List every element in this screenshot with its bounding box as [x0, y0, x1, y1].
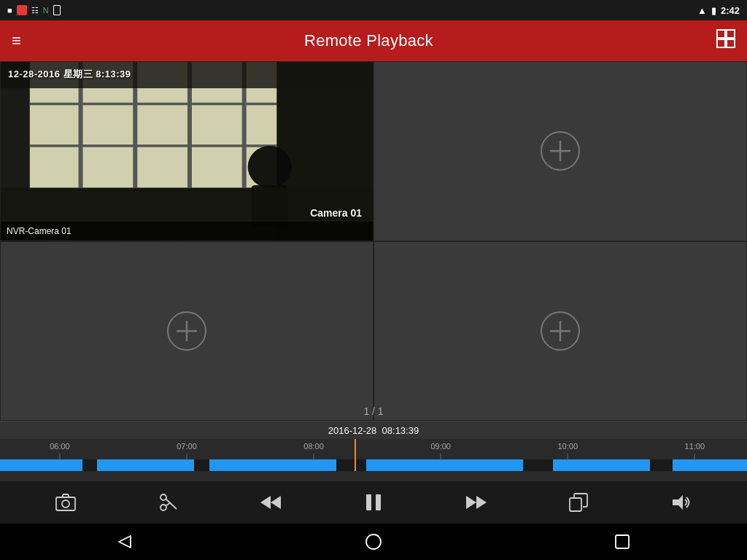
camera-icon	[55, 494, 76, 511]
svg-point-27	[62, 500, 69, 508]
add-channel-icon-2	[538, 129, 582, 173]
android-nav-bar	[0, 524, 747, 560]
cut-button[interactable]	[152, 486, 185, 518]
tick-08	[314, 454, 314, 459]
status-bar: ■ ☷ N ▲ ▮ 2:42	[0, 0, 747, 20]
camera-name-text: NVR-Camera 01	[7, 226, 71, 236]
volume-icon	[671, 494, 692, 511]
svg-rect-42	[616, 535, 629, 548]
timeline-date: 2016-12-28	[328, 425, 377, 436]
svg-marker-37	[476, 496, 487, 509]
recording-segment-2	[97, 459, 194, 471]
wifi-icon: ▲	[697, 5, 707, 16]
video-grid: 12-28-2016 星期三 8:13:39 Camera 01 NVR-Cam…	[0, 61, 747, 421]
timeline-track[interactable]	[0, 459, 747, 471]
recording-segment-5	[553, 459, 650, 471]
app-icon-3: N	[43, 6, 49, 15]
pause-icon	[365, 493, 382, 512]
svg-marker-39	[673, 495, 683, 510]
add-channel-icon-3	[165, 309, 209, 353]
svg-rect-26	[56, 497, 75, 510]
time-label-06: 06:00	[50, 442, 70, 451]
svg-line-30	[166, 499, 177, 509]
tick-09	[441, 454, 441, 459]
svg-marker-32	[271, 496, 281, 509]
timeline-ruler[interactable]: 06:00 07:00 08:00 09:00 10:00 11:00	[0, 439, 747, 459]
scissors-icon	[159, 493, 178, 512]
screenshot-button[interactable]	[50, 486, 82, 518]
back-icon	[116, 533, 133, 551]
timeline-header: 2016-12-28 08:13:39	[0, 421, 747, 439]
clock: 2:42	[721, 5, 740, 16]
battery-icon: ▮	[711, 5, 716, 16]
video-cell-3[interactable]	[0, 241, 374, 421]
time-label-11: 11:00	[685, 442, 705, 451]
tick-10	[568, 454, 568, 459]
copy-button[interactable]	[562, 486, 595, 518]
time-label-07: 07:00	[177, 442, 197, 451]
recents-button[interactable]	[604, 524, 640, 560]
app-icon-2: ☷	[31, 6, 39, 15]
rewind-icon	[260, 494, 281, 510]
grid-layout-icon	[716, 29, 735, 48]
svg-rect-35	[376, 494, 381, 510]
recording-segment-3	[209, 459, 336, 471]
app-bar: ≡ Remote Playback	[0, 20, 747, 61]
page-title: Remote Playback	[304, 31, 433, 50]
recording-segment-6	[673, 459, 747, 471]
camera-footage: 12-28-2016 星期三 8:13:39 Camera 01 NVR-Cam…	[1, 62, 373, 241]
camera-name-bar: NVR-Camera 01	[1, 222, 373, 241]
video-cell-2[interactable]	[374, 61, 747, 241]
svg-point-14	[248, 146, 292, 188]
svg-rect-3	[727, 39, 735, 47]
video-cell-4[interactable]	[374, 241, 747, 421]
notification-icon: ■	[7, 6, 12, 15]
recording-segment-4	[366, 459, 523, 471]
svg-rect-34	[366, 494, 371, 510]
camera-label: Camera 01	[310, 207, 362, 219]
svg-rect-0	[717, 30, 725, 38]
time-label-10: 10:00	[557, 442, 578, 451]
fastforward-button[interactable]	[460, 486, 492, 518]
timeline-area: 2016-12-28 08:13:39 06:00 07:00 08:00 09…	[0, 421, 747, 481]
timeline-playhead	[355, 439, 356, 459]
svg-point-41	[366, 534, 381, 549]
timeline-time: 08:13:39	[382, 425, 419, 436]
video-cell-1[interactable]: 12-28-2016 星期三 8:13:39 Camera 01 NVR-Cam…	[0, 61, 374, 241]
svg-marker-33	[260, 496, 271, 509]
svg-rect-2	[717, 39, 725, 47]
rewind-button[interactable]	[255, 486, 287, 518]
timeline-datetime: 2016-12-28 08:13:39	[328, 425, 419, 436]
layout-icon[interactable]	[716, 29, 735, 52]
status-icons-right: ▲ ▮ 2:42	[697, 5, 740, 16]
time-label-09: 09:00	[430, 442, 451, 451]
menu-icon[interactable]: ≡	[12, 31, 21, 50]
recents-icon	[614, 534, 630, 550]
control-bar	[0, 481, 747, 524]
svg-marker-40	[119, 536, 131, 548]
svg-line-31	[166, 502, 171, 506]
add-channel-icon-4	[538, 309, 582, 353]
camera-timestamp: 12-28-2016 星期三 8:13:39	[8, 68, 131, 81]
svg-marker-36	[466, 496, 476, 509]
volume-button[interactable]	[665, 486, 697, 518]
home-icon	[365, 533, 382, 551]
recording-segment-1	[0, 459, 82, 471]
svg-rect-1	[727, 30, 735, 38]
pause-button[interactable]	[357, 486, 390, 518]
copy-icon	[569, 493, 588, 512]
tick-06	[59, 454, 60, 459]
app-icon-1	[17, 5, 27, 15]
status-icons-left: ■ ☷ N	[7, 5, 61, 15]
time-label-08: 08:00	[303, 442, 324, 451]
track-playhead	[355, 459, 356, 471]
home-button[interactable]	[355, 524, 392, 560]
svg-rect-38	[570, 498, 581, 511]
back-button[interactable]	[107, 524, 143, 560]
tick-07	[187, 454, 187, 459]
fastforward-icon	[466, 494, 487, 510]
app-icon-4	[53, 5, 61, 15]
tick-11	[694, 454, 695, 459]
